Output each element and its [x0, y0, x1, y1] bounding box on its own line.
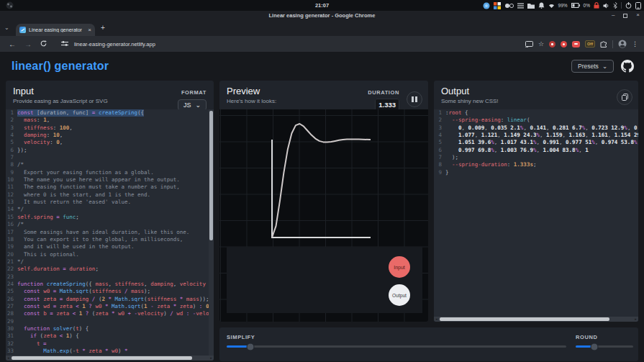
demo-ball-output: Output — [389, 284, 410, 306]
code-line: 12 where 0 is the start, and 1 is the en… — [6, 191, 214, 199]
extension-icon-1[interactable] — [549, 41, 555, 47]
code-line: 7 ); — [434, 154, 638, 161]
code-line: 2 --spring-easing: linear( — [434, 117, 638, 124]
code-line: 7 — [6, 154, 214, 161]
code-line: 6 0.997 69.8%, 1.003 76.9%, 1.004 83.8%,… — [434, 147, 638, 154]
code-line: 9 Export your easing function as a globa… — [6, 169, 214, 176]
code-line: 23 — [6, 273, 214, 281]
extension-icon-3[interactable] — [572, 41, 580, 47]
app-header: linear() generator Presets⌄ — [0, 53, 644, 80]
simplify-slider[interactable] — [227, 345, 566, 348]
site-settings-icon[interactable] — [61, 40, 68, 48]
code-line: 8/* — [6, 161, 214, 168]
code-line: 30 function solver(t) { — [6, 325, 214, 332]
chevron-down-icon: ⌄ — [602, 63, 607, 70]
app-circle-icon — [483, 2, 490, 9]
github-icon[interactable] — [621, 60, 634, 73]
extension-icon-2[interactable] — [561, 41, 567, 47]
code-line: 4 1.077, 1.121, 1.149 24.3%, 1.159, 1.16… — [434, 132, 638, 139]
back-icon[interactable]: ← — [9, 40, 16, 48]
code-line: 33 Math.exp(-t * zeta * w0) * — [6, 348, 214, 355]
profile-avatar[interactable] — [618, 40, 627, 48]
battery-percent: 99% — [558, 3, 568, 8]
round-label: ROUND — [576, 334, 598, 340]
pause-icon — [412, 96, 417, 102]
code-line: 22self.duration = duration; — [6, 266, 214, 273]
system-tray[interactable]: 99% 0% — [483, 0, 641, 11]
tab-strip: ⌄ Linear easing generator × + — [0, 22, 644, 36]
code-line: 28 const b = zeta < 1 ? (zeta * w0 + -ve… — [6, 310, 214, 317]
duration-label: DURATION — [368, 89, 399, 96]
output-code-editor[interactable]: 1:root {2 --spring-easing: linear(3 0, 0… — [434, 109, 638, 322]
tab-search-icon[interactable]: ⌄ — [4, 24, 9, 31]
new-tab-button[interactable]: + — [101, 24, 105, 32]
code-line: 1:root { — [434, 109, 638, 117]
bluetooth-icon — [613, 2, 617, 9]
code-line: 16/* — [6, 221, 214, 228]
bell-icon — [538, 2, 545, 9]
minimize-button[interactable]: – — [612, 12, 614, 18]
copy-button[interactable] — [617, 89, 632, 105]
input-vertical-scrollbar[interactable] — [209, 109, 214, 356]
code-line: 15self.spring = func; — [6, 214, 214, 221]
code-line: 13 It must return the 'eased' value. — [6, 199, 214, 206]
copy-icon — [622, 94, 628, 101]
code-line: 6}); — [6, 147, 214, 154]
code-line: 18 You can export it to the global, in m… — [6, 236, 214, 243]
wifi-icon — [548, 3, 555, 9]
code-line: 32 t = — [6, 340, 214, 348]
output-panel-subtitle: Some shiny new CSS! — [441, 98, 631, 104]
close-button[interactable]: × — [636, 12, 640, 18]
window-titlebar: Linear easing generator - Google Chrome … — [0, 11, 644, 22]
input-horizontal-scrollbar[interactable]: ◂▸ — [6, 356, 214, 361]
code-line: 24function createSpring({ mass, stiffnes… — [6, 281, 214, 288]
presets-button[interactable]: Presets⌄ — [571, 60, 614, 73]
browser-toolbar: ← → linear-easing-generator.netlify.app … — [0, 36, 644, 53]
secondary-battery-percent: 0% — [584, 3, 590, 8]
tablet-icon — [635, 2, 641, 9]
code-line: 5 velocity: 0, — [6, 139, 214, 146]
output-panel: Output Some shiny new CSS! 1:root {2 --s… — [434, 81, 638, 322]
chevron-down-icon: ⌄ — [195, 101, 201, 109]
simplify-label: SIMPLIFY — [227, 334, 255, 340]
code-line: 25 const w0 = Math.sqrt(stiffness / mass… — [6, 288, 214, 295]
files-icon — [527, 3, 535, 9]
browser-tab[interactable]: Linear easing generator × — [16, 24, 95, 36]
tab-close-icon[interactable]: × — [88, 27, 91, 33]
pause-button[interactable] — [407, 91, 422, 107]
toggle-icon — [504, 3, 514, 9]
code-line: 26 const zeta = damping / (2 * Math.sqrt… — [6, 296, 214, 303]
input-code-editor[interactable]: 1const [duration, func] = createSpring({… — [6, 109, 214, 361]
reload-icon[interactable] — [40, 40, 47, 48]
code-line: 31 if (zeta < 1) { — [6, 332, 214, 340]
simplify-slider-thumb[interactable] — [247, 343, 255, 350]
power-icon — [625, 2, 632, 9]
code-line: 1const [duration, func] = createSpring({ — [6, 109, 214, 117]
cast-icon[interactable] — [525, 41, 533, 47]
output-horizontal-scrollbar[interactable]: ◂▸ — [434, 317, 638, 322]
battery-icon — [571, 3, 580, 8]
demo-ball-output-label: Output — [392, 293, 407, 299]
extension-off-badge[interactable]: Off — [585, 40, 595, 47]
maximize-button[interactable] — [623, 14, 627, 18]
preview-panel: Preview Here's how it looks: DURATION 1.… — [219, 81, 428, 322]
round-slider-thumb[interactable] — [591, 343, 599, 350]
page-title: linear() generator — [12, 60, 109, 73]
demo-ball-input-label: Input — [394, 265, 405, 271]
code-line: 29 — [6, 318, 214, 325]
code-line: 27 const wd = zeta < 1 ? w0 * Math.sqrt(… — [6, 303, 214, 310]
tab-title: Linear easing generator — [29, 27, 85, 32]
chrome-menu-icon[interactable]: ⋮ — [632, 40, 638, 47]
code-line: 8 --spring-duration: 1.333s; — [434, 161, 638, 168]
system-bar: 21:07 99% 0% — [0, 0, 644, 11]
extensions-puzzle-icon[interactable] — [600, 40, 607, 47]
output-panel-title: Output — [441, 86, 631, 96]
code-line: 9} — [434, 169, 638, 176]
speaker-icon — [603, 3, 609, 9]
bookmark-star-icon[interactable]: ☆ — [538, 40, 544, 47]
url-text[interactable]: linear-easing-generator.netlify.app — [74, 41, 155, 47]
code-line: 21*/ — [6, 258, 214, 266]
tray-separator — [621, 2, 622, 9]
forward-icon[interactable]: → — [24, 40, 32, 48]
round-slider[interactable] — [576, 345, 633, 348]
